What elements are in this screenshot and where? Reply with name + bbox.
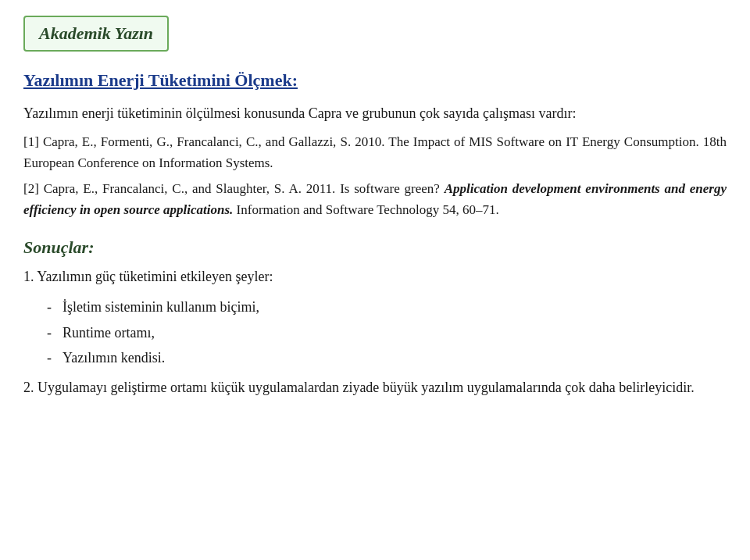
item-2-label: 2.: [23, 380, 34, 395]
main-heading-text: Yazılımın Enerji Tüketimini Ölçmek:: [23, 70, 298, 90]
sonuclar-heading: Sonuçlar:: [23, 237, 727, 258]
akademik-yazin-title: Akademik Yazın: [39, 23, 153, 43]
item-2: 2. Uygulamayı geliştirme ortamı küçük uy…: [23, 376, 727, 399]
akademik-yazin-box: Akademik Yazın: [23, 16, 169, 52]
bullet-list: İşletim sisteminin kullanım biçimi, Runt…: [47, 294, 727, 370]
item-1-text: Yazılımın güç tüketimini etkileyen şeyle…: [37, 269, 273, 284]
ref-2-text: Capra, E., Francalanci, C., and Slaughte…: [44, 181, 440, 196]
ref-2-id: [2]: [23, 181, 44, 196]
intro-paragraph: Yazılımın enerji tüketiminin ölçülmesi k…: [23, 102, 727, 125]
item-1: 1. Yazılımın güç tüketimini etkileyen şe…: [23, 266, 727, 288]
list-item: İşletim sisteminin kullanım biçimi,: [47, 294, 727, 319]
ref-1-id: [1]: [23, 134, 43, 149]
list-item: Yazılımın kendisi.: [47, 345, 727, 370]
item-1-label: 1.: [23, 269, 34, 284]
ref-1-text: Capra, E., Formenti, G., Francalanci, C.…: [23, 134, 727, 170]
reference-2: [2] Capra, E., Francalanci, C., and Slau…: [23, 178, 727, 220]
list-item: Runtime ortamı,: [47, 320, 727, 345]
reference-1: [1] Capra, E., Formenti, G., Francalanci…: [23, 131, 727, 173]
main-heading: Yazılımın Enerji Tüketimini Ölçmek:: [23, 69, 727, 93]
ref-2-trailing: Information and Software Technology 54, …: [237, 202, 499, 217]
item-2-text: Uygulamayı geliştirme ortamı küçük uygul…: [38, 380, 695, 395]
